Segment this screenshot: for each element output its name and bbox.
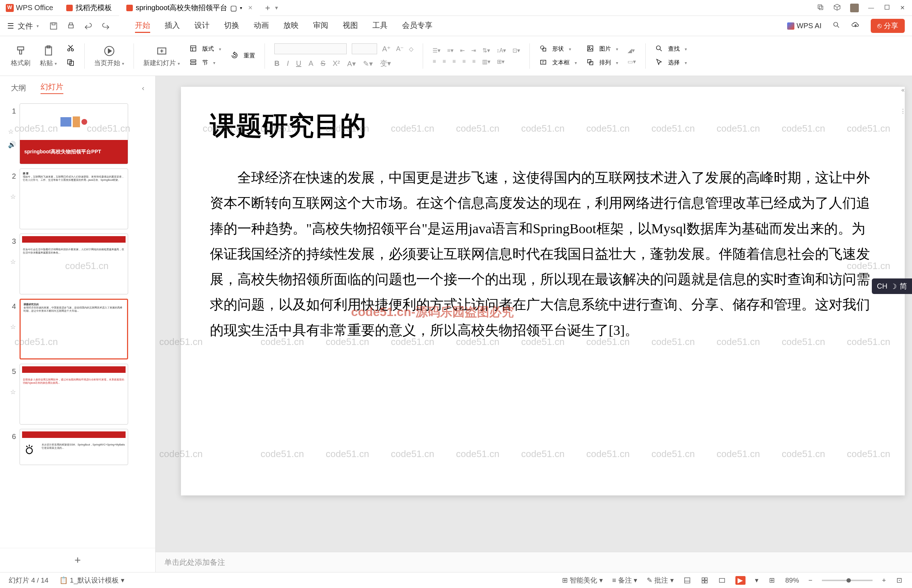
print-icon[interactable] xyxy=(66,21,76,31)
notes-toggle[interactable]: ≡ 备注 ▾ xyxy=(612,576,638,585)
italic-icon[interactable]: I xyxy=(287,59,289,68)
slide-thumbnail[interactable]: 摘 要现如今，互联网的飞速发展，互联网已经成为人们快速获取、发布和传递信息的重要… xyxy=(19,168,128,229)
increase-font-icon[interactable]: A⁺ xyxy=(382,44,391,53)
indent-right-icon[interactable]: ⇥ xyxy=(471,47,476,54)
thumbnail-item[interactable]: 3 ☆ 在当今社会生活中随着经济和网络科技的不断发展，人们对于网络的依赖程度越来… xyxy=(0,231,155,297)
normal-view-icon[interactable] xyxy=(683,577,691,585)
section-button[interactable]: 节▾ xyxy=(189,58,221,68)
align-right-icon[interactable]: ≡ xyxy=(452,58,456,65)
search-icon[interactable] xyxy=(833,21,840,31)
distribute-icon[interactable]: ≡ xyxy=(472,58,476,65)
font-color-icon[interactable]: A▾ xyxy=(347,59,355,68)
format-brush-button[interactable]: 格式刷 xyxy=(11,45,31,67)
indent-left-icon[interactable]: ⇤ xyxy=(460,47,465,54)
align-justify-icon[interactable]: ≡ xyxy=(462,58,465,65)
ime-indicator[interactable]: CH ☽ 简 xyxy=(872,278,912,294)
superscript-icon[interactable]: X² xyxy=(332,59,340,68)
layout-button[interactable]: 版式▾ xyxy=(189,44,221,54)
add-slide-button[interactable]: + xyxy=(0,548,155,572)
align-left-icon[interactable]: ≡ xyxy=(433,58,436,65)
sorter-view-icon[interactable] xyxy=(701,577,709,585)
new-slide-button[interactable]: 新建幻灯片 ▾ xyxy=(143,45,180,67)
from-current-button[interactable]: 当页开始 ▾ xyxy=(94,45,124,67)
share-button[interactable]: ⎋ 分享 xyxy=(871,19,905,33)
beautify-button[interactable]: ⊞ 智能美化 ▾ xyxy=(562,576,603,585)
tab-templates[interactable]: 找稻壳模板 xyxy=(59,0,119,16)
thumbnail-item[interactable]: 2 ☆ 摘 要现如今，互联网的飞速发展，互联网已经成为人们快速获取、发布和传递信… xyxy=(0,166,155,231)
menu-tab-member[interactable]: 会员专享 xyxy=(402,19,433,33)
cube-icon[interactable] xyxy=(833,3,841,12)
save-icon[interactable] xyxy=(49,21,58,31)
thumbnail-item[interactable]: 4 ☆ 课题研究目的全球经济在快速的发展，中国更是进步飞速，这使得国内的互联网技… xyxy=(0,297,155,362)
panel-tab-outline[interactable]: 大纲 xyxy=(11,83,26,93)
paste-button[interactable]: 粘贴 ▾ xyxy=(40,45,57,67)
grid-icon[interactable]: ⊞ xyxy=(768,577,776,585)
menu-tab-design[interactable]: 设计 xyxy=(194,19,209,33)
collapse-panel-icon[interactable]: ‹ xyxy=(142,84,144,92)
avatar-icon[interactable] xyxy=(850,3,859,12)
slideshow-icon[interactable]: ▶ xyxy=(735,576,745,585)
comments-toggle[interactable]: ✎ 批注 ▾ xyxy=(647,576,674,585)
align-text-icon[interactable]: ⊡▾ xyxy=(512,47,520,54)
strikethrough-icon[interactable]: S xyxy=(321,59,326,68)
window-copy-icon[interactable] xyxy=(817,3,824,12)
tab-menu-dropdown[interactable]: ▾ xyxy=(275,4,278,11)
design-template[interactable]: 📋 1_默认设计模板 ▾ xyxy=(59,576,125,585)
redo-icon[interactable] xyxy=(101,21,110,31)
columns-icon[interactable]: ▥▾ xyxy=(482,58,490,65)
notes-area[interactable]: 单击此处添加备注 xyxy=(156,552,912,572)
menu-tab-start[interactable]: 开始 xyxy=(135,19,150,33)
menu-tab-animation[interactable]: 动画 xyxy=(254,19,269,33)
textbox-button[interactable]: 文本框▾ xyxy=(539,58,577,68)
zoom-value[interactable]: 89% xyxy=(785,577,799,585)
bold-icon[interactable]: B xyxy=(274,59,279,68)
zoom-out-icon[interactable]: − xyxy=(808,577,813,585)
tab-document[interactable]: springboot高校失物招领平台 ▢ ▾ ✕ xyxy=(119,0,260,16)
zoom-slider[interactable] xyxy=(822,580,873,581)
zoom-in-icon[interactable]: + xyxy=(882,577,886,585)
maximize-icon[interactable] xyxy=(883,3,891,12)
convert-smartart-icon[interactable]: ⊞▾ xyxy=(497,58,504,65)
slideshow-dropdown[interactable]: ▾ xyxy=(755,576,758,585)
text-effects-icon[interactable]: 变▾ xyxy=(380,58,391,68)
menu-tab-tools[interactable]: 工具 xyxy=(373,19,387,33)
select-button[interactable]: 选择▾ xyxy=(655,58,687,68)
close-window-icon[interactable]: ✕ xyxy=(900,4,905,11)
fit-window-icon[interactable]: ⊡ xyxy=(895,577,903,585)
panel-tab-slides[interactable]: 幻灯片 xyxy=(40,82,63,94)
reading-view-icon[interactable] xyxy=(718,577,726,585)
decrease-font-icon[interactable]: A⁻ xyxy=(396,45,404,53)
thumbnail-item[interactable]: 1 ☆🔊 springboot高校失物招领平台PPT xyxy=(0,101,155,166)
strike-icon[interactable]: A xyxy=(309,59,313,68)
minimize-icon[interactable]: — xyxy=(868,5,874,11)
find-button[interactable]: 查找▾ xyxy=(655,44,687,54)
align-center-icon[interactable]: ≡ xyxy=(442,58,446,65)
outline-color-icon[interactable]: ▭▾ xyxy=(627,58,636,65)
highlight-icon[interactable]: ✎▾ xyxy=(363,59,373,68)
slide-thumbnail-active[interactable]: 课题研究目的全球经济在快速的发展，中国更是进步飞速，这使得国内的互联网技术进入了… xyxy=(19,299,128,359)
slide-thumbnail[interactable]: springboot高校失物招领平台PPT xyxy=(19,103,128,164)
fill-color-icon[interactable]: ◢▾ xyxy=(627,47,636,54)
menu-tab-transition[interactable]: 切换 xyxy=(224,19,239,33)
menu-dots-icon[interactable]: ⋮ xyxy=(900,108,906,115)
file-menu[interactable]: ☰ 文件 ▾ xyxy=(7,21,39,31)
underline-icon[interactable]: U xyxy=(296,59,301,68)
arrange-button[interactable]: 排列▾ xyxy=(586,58,618,68)
font-selector[interactable] xyxy=(274,44,347,54)
picture-button[interactable]: 图片▾ xyxy=(586,44,618,54)
new-tab-button[interactable]: + xyxy=(260,3,275,13)
slide-thumbnail[interactable]: 目前很多人都在使用互联网软件，通过对当前的网络环境进行分析研究发现，本系统需要的… xyxy=(19,364,128,425)
copy-icon[interactable] xyxy=(66,58,75,68)
expand-icon[interactable]: « xyxy=(902,87,905,93)
menu-tab-insert[interactable]: 插入 xyxy=(165,19,180,33)
font-size-selector[interactable] xyxy=(352,44,377,54)
menu-tab-review[interactable]: 审阅 xyxy=(313,19,328,33)
slide-title[interactable]: 课题研究目的 xyxy=(210,108,876,143)
undo-icon[interactable] xyxy=(84,21,93,31)
numbering-icon[interactable]: ≡▾ xyxy=(447,47,453,54)
thumbnail-item[interactable]: 6 本次设计所采用的框架是SSM、SpringBoot，SpringMVC+Sp… xyxy=(0,427,155,467)
thumbnail-item[interactable]: 5 ☆ 目前很多人都在使用互联网软件，通过对当前的网络环境进行分析研究发现，本系… xyxy=(0,362,155,427)
close-tab-icon[interactable]: ✕ xyxy=(248,4,253,11)
shape-button[interactable]: 形状▾ xyxy=(539,44,577,54)
text-direction-icon[interactable]: ⇅▾ xyxy=(483,47,490,54)
